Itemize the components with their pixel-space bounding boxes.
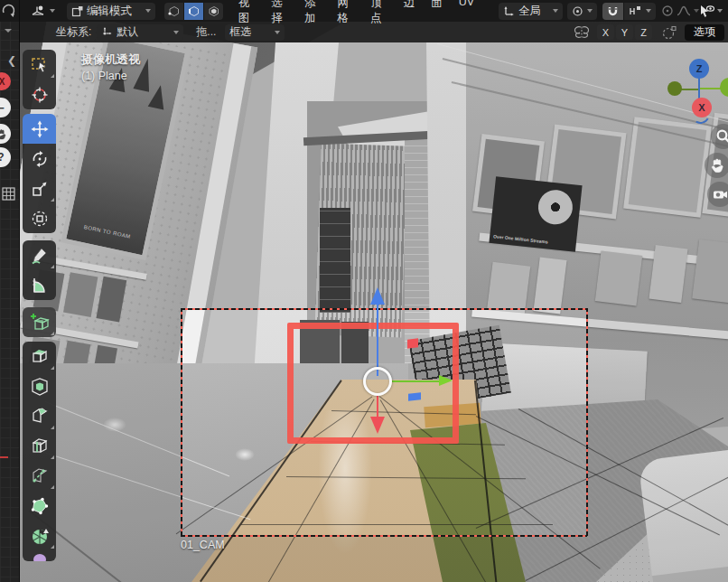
vertex-select-button[interactable] <box>164 3 183 20</box>
nav-axis-y-neg-ball[interactable] <box>667 81 682 96</box>
pan-hand-icon[interactable] <box>705 153 728 178</box>
blender-window: BORN TO ROAM <box>0 0 728 582</box>
visibility-group[interactable] <box>699 5 723 18</box>
mirror-z-toggle[interactable]: Z <box>635 24 652 40</box>
face-select-button[interactable] <box>204 3 223 20</box>
menu-view[interactable]: 视图 <box>230 0 264 26</box>
neighbor-editor-edge: ❮ X − ? <box>0 0 20 582</box>
coordinate-system-label: 坐标系: <box>56 24 91 40</box>
viewport-header: 编辑模式 视图 选择 添加 网格 顶点 边 面 UV 全局 <box>20 0 728 22</box>
gizmo-y-arrowhead[interactable] <box>370 417 385 434</box>
pan-hand-icon[interactable] <box>0 124 11 144</box>
passepartout-right <box>587 308 728 536</box>
drag-action-selector[interactable]: 框选 <box>225 24 285 41</box>
grid-view-icon[interactable] <box>2 187 16 202</box>
tool-annotate[interactable] <box>23 240 56 270</box>
gizmo-z-axis-line[interactable] <box>377 304 379 376</box>
edit-mode-icon <box>71 5 83 17</box>
transform-orientation-selector[interactable]: 全局 <box>499 3 563 20</box>
tool-smooth[interactable] <box>23 550 56 561</box>
view-mode-label: 摄像机透视 <box>81 52 140 68</box>
tool-inset-faces[interactable] <box>23 371 56 401</box>
camera-name-label: 01_CAM <box>181 539 225 551</box>
proportional-falloff-icon[interactable] <box>677 5 691 17</box>
gizmo-x-arrowhead[interactable] <box>439 375 453 386</box>
passepartout-bottom <box>20 536 728 582</box>
gizmo-x-axis-line[interactable] <box>392 380 439 383</box>
mirror-x-toggle[interactable]: X <box>597 24 614 40</box>
neighbor-editor-header <box>0 0 20 22</box>
gizmo-plane-handle-blue[interactable] <box>408 392 421 400</box>
camera-view-icon[interactable] <box>707 182 728 207</box>
proportional-group <box>661 5 699 17</box>
snap-group <box>602 3 656 20</box>
tool-add-cube[interactable] <box>23 307 56 337</box>
menu-face[interactable]: 面 <box>423 0 451 26</box>
options-button[interactable]: 选项 <box>685 24 724 41</box>
nav-z-line <box>698 78 700 99</box>
tool-bevel[interactable] <box>23 401 56 431</box>
snap-magnet-icon <box>607 5 619 17</box>
menu-bar: 视图 选择 添加 网格 顶点 边 面 UV <box>230 0 482 26</box>
orbit-icon[interactable] <box>1 3 16 18</box>
mode-label: 编辑模式 <box>87 4 142 19</box>
tool-rotate[interactable] <box>23 144 56 174</box>
3d-viewport-editor-icon <box>32 5 46 17</box>
menu-uv[interactable]: UV <box>451 0 482 26</box>
orientation-global-icon <box>503 5 515 17</box>
coordinate-system-selector[interactable]: 默认 <box>97 24 183 41</box>
pivot-point-icon <box>572 5 583 17</box>
tool-knife[interactable] <box>23 461 56 491</box>
menu-mesh[interactable]: 网格 <box>330 0 363 26</box>
menu-add[interactable]: 添加 <box>296 0 330 26</box>
tool-loop-cut[interactable] <box>23 431 56 461</box>
menu-vertex[interactable]: 顶点 <box>362 0 396 26</box>
tool-scale[interactable] <box>23 174 56 203</box>
mirror-y-toggle[interactable]: Y <box>616 24 633 40</box>
axis-x-ball-icon[interactable]: X <box>0 72 11 90</box>
collapse-arrow-icon[interactable]: ❮ <box>7 54 16 67</box>
tool-spin[interactable] <box>23 521 56 550</box>
menu-select[interactable]: 选择 <box>263 0 296 26</box>
cursor-axes-icon <box>101 26 113 38</box>
gizmo-y-axis-line[interactable] <box>377 395 379 417</box>
gizmo-center-circle[interactable] <box>363 367 392 396</box>
nav-axis-x-ball[interactable]: X <box>692 98 712 117</box>
menu-edge[interactable]: 边 <box>396 0 424 26</box>
butterfly-symmetry-icon[interactable] <box>573 25 591 39</box>
nav-x-label: X <box>698 102 705 113</box>
tool-select-box[interactable] <box>23 50 56 80</box>
tool-poly-build[interactable] <box>23 491 56 521</box>
drag-action-value: 框选 <box>229 24 271 40</box>
nav-z-label: Z <box>696 63 703 74</box>
tool-move[interactable] <box>23 114 56 144</box>
coordinate-system-value: 默认 <box>117 24 170 40</box>
mode-selector[interactable]: 编辑模式 <box>67 3 155 20</box>
nav-axis-z-ball[interactable]: Z <box>689 59 709 79</box>
options-label: 选项 <box>694 24 715 40</box>
tool-measure[interactable] <box>23 270 56 300</box>
timeline-marker <box>0 456 8 458</box>
question-icon[interactable]: ? <box>0 147 11 167</box>
tool-cursor[interactable] <box>23 80 56 109</box>
edge-select-button[interactable] <box>184 3 203 20</box>
pivot-point-selector[interactable] <box>567 3 597 20</box>
proportional-editing-icon[interactable] <box>661 5 674 17</box>
orientation-label: 全局 <box>518 4 549 19</box>
zoom-out-icon[interactable]: − <box>0 98 11 117</box>
drag-label: 拖... <box>196 24 216 40</box>
editor-type-selector[interactable] <box>27 3 60 20</box>
chevron-down-icon[interactable] <box>5 29 12 33</box>
3d-viewport[interactable]: BORN TO ROAM <box>20 22 728 582</box>
gizmo-z-arrowhead[interactable] <box>370 287 385 305</box>
tool-shelf <box>23 50 56 561</box>
active-object-label: (1) Plane <box>81 70 127 82</box>
mesh-select-mode-group <box>164 3 223 20</box>
tool-extrude-region[interactable] <box>23 342 56 371</box>
tool-transform[interactable] <box>23 203 56 233</box>
snap-toggle-button[interactable] <box>602 3 623 20</box>
snap-target-selector[interactable] <box>624 3 656 20</box>
gizmo-plane-handle-red[interactable] <box>407 338 418 349</box>
snap-target-icon <box>629 5 642 17</box>
proportional-connected-icon[interactable] <box>661 25 677 40</box>
